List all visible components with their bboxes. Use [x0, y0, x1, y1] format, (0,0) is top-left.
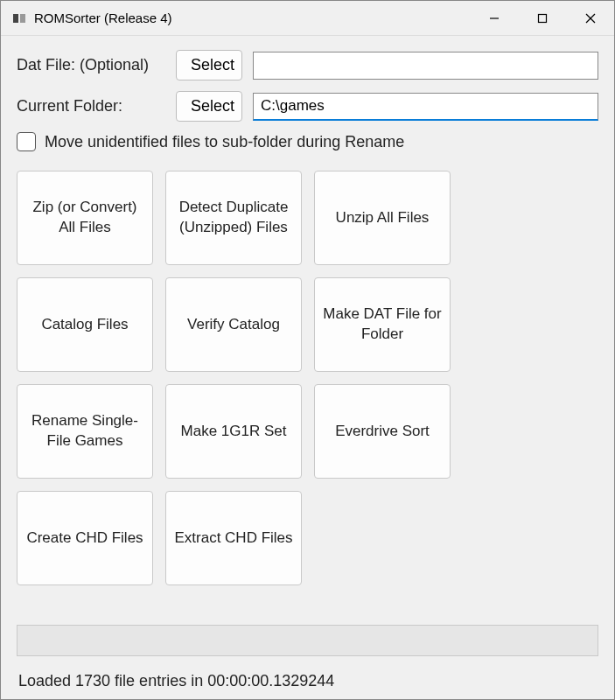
- rename-single-file-games-button[interactable]: Rename Single-File Games: [17, 384, 153, 479]
- move-unidentified-label: Move unidentified files to sub-folder du…: [45, 133, 404, 151]
- action-grid: Zip (or Convert) All Files Detect Duplic…: [17, 171, 598, 585]
- status-text: Loaded 1730 file entries in 00:00:00.132…: [17, 672, 598, 690]
- svg-rect-1: [20, 14, 25, 23]
- everdrive-sort-button[interactable]: Everdrive Sort: [314, 384, 451, 479]
- extract-chd-files-button[interactable]: Extract CHD Files: [165, 491, 302, 585]
- dat-file-row: Dat File: (Optional) Select: [17, 50, 598, 80]
- window-controls: [470, 1, 614, 35]
- create-chd-files-button[interactable]: Create CHD Files: [17, 491, 153, 585]
- maximize-button[interactable]: [518, 1, 566, 35]
- dat-file-input[interactable]: [253, 52, 598, 80]
- app-icon: [11, 10, 27, 26]
- move-unidentified-row: Move unidentified files to sub-folder du…: [17, 132, 598, 151]
- app-window: ROMSorter (Release 4) Dat File: (Optiona…: [0, 0, 615, 700]
- unzip-all-files-button[interactable]: Unzip All Files: [314, 171, 451, 265]
- current-folder-row: Current Folder: Select: [17, 91, 598, 122]
- verify-catalog-button[interactable]: Verify Catalog: [165, 277, 302, 372]
- progress-bar: [17, 625, 598, 656]
- make-dat-file-button[interactable]: Make DAT File for Folder: [314, 277, 451, 372]
- titlebar: ROMSorter (Release 4): [1, 1, 614, 36]
- current-folder-select-button[interactable]: Select: [176, 91, 242, 122]
- zip-all-files-button[interactable]: Zip (or Convert) All Files: [17, 171, 153, 265]
- catalog-files-button[interactable]: Catalog Files: [17, 277, 153, 372]
- make-1g1r-set-button[interactable]: Make 1G1R Set: [165, 384, 302, 479]
- window-title: ROMSorter (Release 4): [34, 10, 470, 25]
- dat-file-label: Dat File: (Optional): [17, 56, 165, 74]
- current-folder-input[interactable]: [253, 93, 598, 121]
- minimize-button[interactable]: [470, 1, 518, 35]
- svg-rect-0: [13, 14, 18, 23]
- dat-file-select-button[interactable]: Select: [176, 50, 242, 80]
- svg-rect-3: [538, 14, 546, 22]
- current-folder-label: Current Folder:: [17, 97, 165, 116]
- content-area: Dat File: (Optional) Select Current Fold…: [1, 36, 614, 699]
- close-button[interactable]: [566, 1, 614, 35]
- detect-duplicate-files-button[interactable]: Detect Duplicate (Unzipped) Files: [165, 171, 302, 265]
- move-unidentified-checkbox[interactable]: [17, 132, 36, 151]
